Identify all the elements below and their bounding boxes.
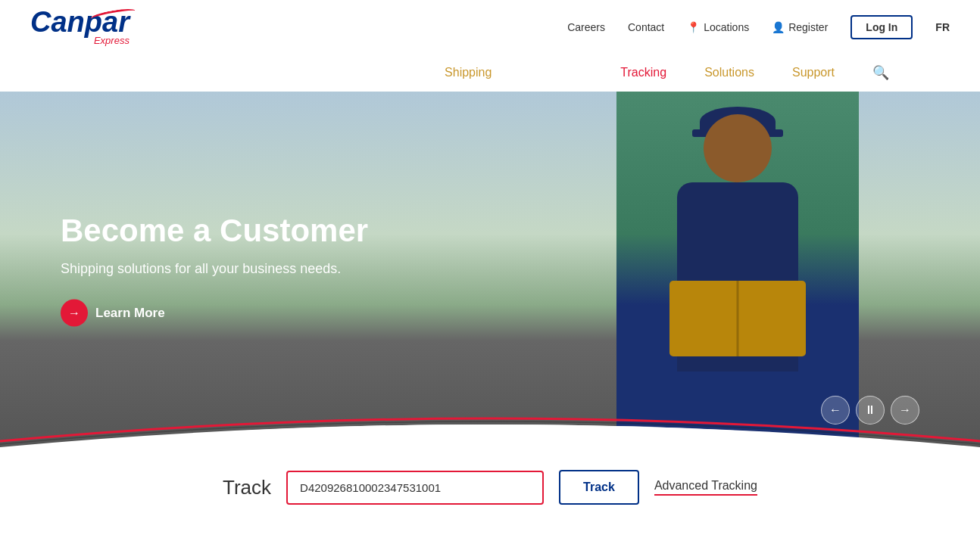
nav-support[interactable]: Support bbox=[792, 66, 835, 79]
track-button[interactable]: Track bbox=[559, 470, 639, 505]
hero-section: Become a Customer Shipping solutions for… bbox=[0, 92, 980, 447]
nav-solutions[interactable]: Solutions bbox=[704, 66, 754, 79]
person-head bbox=[704, 114, 772, 182]
header-top-nav: Careers Contact 📍 Locations 👤 Register L… bbox=[567, 15, 950, 39]
nav-tracking[interactable]: Tracking bbox=[620, 66, 666, 79]
hero-title: Become a Customer bbox=[61, 213, 368, 249]
tracking-bar-inner: Track Track Advanced Tracking bbox=[0, 447, 980, 512]
hero-content: Become a Customer Shipping solutions for… bbox=[61, 213, 368, 327]
careers-link[interactable]: Careers bbox=[567, 21, 605, 33]
person-icon: 👤 bbox=[772, 21, 785, 33]
learn-more-button[interactable]: → Learn More bbox=[61, 300, 165, 327]
register-link[interactable]: 👤 Register bbox=[772, 21, 828, 33]
header-main-nav: Shipping Tracking Solutions Support 🔍 bbox=[0, 54, 980, 92]
hero-person-image bbox=[616, 92, 859, 447]
header: Canpar Express Careers Contact 📍 Locatio… bbox=[0, 0, 980, 92]
person-box bbox=[669, 281, 806, 356]
nav-shipping[interactable]: Shipping bbox=[414, 60, 582, 86]
learn-more-arrow-icon: → bbox=[61, 300, 88, 327]
locations-link[interactable]: 📍 Locations bbox=[687, 21, 749, 33]
language-switcher[interactable]: FR bbox=[935, 21, 950, 33]
tracking-bar: Track Track Advanced Tracking bbox=[0, 447, 980, 527]
track-label: Track bbox=[223, 476, 271, 499]
location-pin-icon: 📍 bbox=[687, 21, 700, 33]
logo-main-text: Canpar bbox=[30, 6, 130, 38]
hero-subtitle: Shipping solutions for all your business… bbox=[61, 261, 368, 277]
search-button[interactable]: 🔍 bbox=[872, 64, 889, 81]
header-top: Canpar Express Careers Contact 📍 Locatio… bbox=[0, 0, 980, 54]
login-button[interactable]: Log In bbox=[850, 15, 913, 39]
contact-link[interactable]: Contact bbox=[628, 21, 664, 33]
logo[interactable]: Canpar Express bbox=[30, 8, 130, 46]
learn-more-label: Learn More bbox=[95, 306, 165, 321]
tracking-input[interactable] bbox=[286, 471, 544, 505]
advanced-tracking-link[interactable]: Advanced Tracking bbox=[654, 479, 757, 496]
